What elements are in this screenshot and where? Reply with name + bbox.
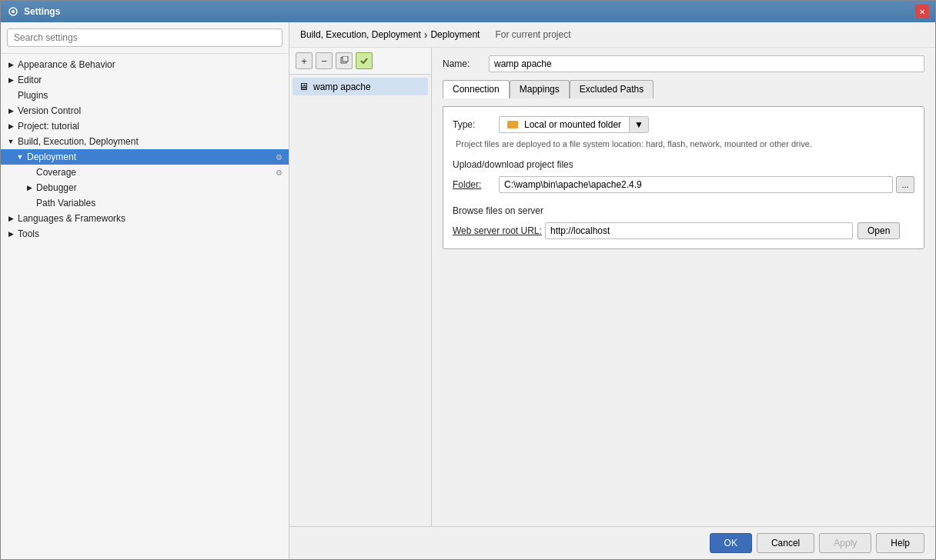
browse-section-title: Browse files on server: [453, 205, 914, 216]
arrow-icon: ▶: [7, 215, 15, 222]
item-badge: ⚙: [276, 153, 282, 162]
folder-label: Folder:: [453, 179, 499, 190]
main-panel: Build, Execution, Deployment › Deploymen…: [289, 22, 935, 559]
breadcrumb-part1: Build, Execution, Deployment: [300, 29, 421, 40]
check-icon: [359, 56, 369, 65]
folder-input[interactable]: [499, 176, 893, 193]
copy-server-button[interactable]: [336, 52, 353, 69]
arrow-icon: ▶: [7, 107, 15, 115]
sidebar: ▶ Appearance & Behavior ▶ Editor Plugins…: [1, 22, 289, 559]
sidebar-item-build-execution[interactable]: ▼ Build, Execution, Deployment: [1, 134, 289, 149]
type-description: Project files are deployed to a file sys…: [453, 139, 914, 148]
type-dropdown-button[interactable]: ▼: [629, 116, 649, 133]
arrow-icon: ▼: [7, 138, 15, 145]
svg-point-1: [12, 10, 15, 13]
url-input[interactable]: [545, 222, 853, 239]
sidebar-item-languages[interactable]: ▶ Languages & Frameworks: [1, 211, 289, 226]
arrow-icon: ▶: [7, 61, 15, 68]
help-button[interactable]: Help: [876, 533, 924, 553]
upload-section-title: Upload/download project files: [453, 159, 914, 170]
sidebar-item-path-variables[interactable]: Path Variables: [1, 195, 289, 211]
sidebar-item-debugger[interactable]: ▶ Debugger: [1, 180, 289, 195]
arrow-icon: ▶: [7, 230, 15, 238]
sidebar-item-label: Languages & Frameworks: [18, 213, 125, 224]
arrow-icon: ▶: [7, 122, 15, 130]
search-input[interactable]: [7, 28, 282, 47]
server-list-item[interactable]: 🖥 wamp apache: [292, 78, 428, 95]
svg-rect-3: [343, 56, 348, 62]
url-row: Web server root URL: Open: [453, 222, 914, 239]
sidebar-item-label: Coverage: [36, 167, 76, 178]
sidebar-item-label: Tools: [18, 228, 39, 239]
sidebar-item-label: Project: tutorial: [18, 121, 79, 132]
window-title: Settings: [24, 6, 60, 17]
tab-content-connection: Type: Local or mounted folder ▼ Project …: [443, 106, 924, 249]
breadcrumb-suffix: For current project: [495, 29, 570, 40]
right-pane: Name: Connection Mappings Excluded Paths…: [432, 48, 935, 526]
folder-row: Folder: ...: [453, 176, 914, 193]
server-toolbar: + −: [289, 48, 431, 75]
type-label: Type:: [453, 119, 499, 130]
arrow-icon: ▶: [7, 76, 15, 84]
title-bar: Settings ✕: [1, 1, 935, 22]
tab-mappings[interactable]: Mappings: [510, 80, 570, 98]
copy-icon: [339, 56, 349, 65]
folder-icon: [507, 121, 518, 128]
type-value-label: Local or mounted folder: [524, 119, 621, 130]
apply-button[interactable]: Apply: [819, 533, 871, 553]
sidebar-item-version-control[interactable]: ▶ Version Control: [1, 103, 289, 118]
tab-excluded-paths[interactable]: Excluded Paths: [570, 80, 654, 98]
tree-area: ▶ Appearance & Behavior ▶ Editor Plugins…: [1, 54, 289, 559]
sidebar-item-label: Appearance & Behavior: [18, 59, 115, 70]
remove-server-button[interactable]: −: [316, 52, 333, 69]
sidebar-item-deployment[interactable]: ▼ Deployment ⚙: [1, 149, 289, 165]
footer: OK Cancel Apply Help: [289, 526, 935, 559]
sidebar-item-plugins[interactable]: Plugins: [1, 88, 289, 103]
breadcrumb-separator: ›: [424, 28, 428, 41]
server-item-icon: 🖥: [299, 81, 309, 92]
add-server-button[interactable]: +: [296, 52, 313, 69]
title-controls: ✕: [915, 5, 929, 18]
type-selector: Local or mounted folder ▼: [499, 116, 649, 133]
sidebar-item-label: Debugger: [36, 182, 77, 193]
sidebar-item-label: Build, Execution, Deployment: [18, 136, 139, 147]
cancel-button[interactable]: Cancel: [757, 533, 814, 553]
sidebar-item-editor[interactable]: ▶ Editor: [1, 72, 289, 88]
type-row: Type: Local or mounted folder ▼: [453, 116, 914, 133]
breadcrumb: Build, Execution, Deployment › Deploymen…: [289, 22, 935, 48]
sidebar-item-label: Editor: [18, 75, 42, 85]
type-value-button[interactable]: Local or mounted folder: [499, 116, 629, 133]
content-area: ▶ Appearance & Behavior ▶ Editor Plugins…: [1, 22, 935, 559]
url-label: Web server root URL:: [453, 225, 545, 236]
enable-server-button[interactable]: [356, 52, 373, 69]
arrow-icon: ▶: [25, 184, 33, 192]
sidebar-item-label: Plugins: [18, 90, 48, 101]
open-button[interactable]: Open: [857, 222, 900, 239]
name-input[interactable]: [489, 55, 924, 72]
settings-icon: [7, 5, 19, 18]
tab-connection[interactable]: Connection: [443, 80, 510, 98]
main-content: + −: [289, 48, 935, 526]
settings-window: Settings ✕ ▶ Appearance & Behavior ▶ Edi…: [0, 0, 936, 560]
server-list: 🖥 wamp apache: [289, 75, 431, 526]
name-row: Name:: [443, 55, 924, 72]
name-label: Name:: [443, 58, 489, 69]
sidebar-item-coverage[interactable]: Coverage ⚙: [1, 165, 289, 180]
left-pane: + −: [289, 48, 432, 526]
search-box: [1, 22, 289, 54]
sidebar-item-tools[interactable]: ▶ Tools: [1, 226, 289, 242]
arrow-icon: ▼: [16, 153, 24, 161]
sidebar-item-label: Version Control: [18, 105, 81, 116]
ok-button[interactable]: OK: [710, 533, 752, 553]
title-bar-left: Settings: [7, 5, 60, 18]
sidebar-item-project[interactable]: ▶ Project: tutorial: [1, 118, 289, 134]
sidebar-item-label: Path Variables: [36, 198, 95, 208]
browse-section: Browse files on server Web server root U…: [453, 205, 914, 239]
sidebar-item-label: Deployment: [27, 152, 76, 162]
close-button[interactable]: ✕: [915, 5, 929, 18]
breadcrumb-part2: Deployment: [430, 29, 480, 40]
item-badge: ⚙: [276, 168, 282, 177]
sidebar-item-appearance[interactable]: ▶ Appearance & Behavior: [1, 57, 289, 72]
browse-button[interactable]: ...: [896, 176, 914, 193]
tabs-row: Connection Mappings Excluded Paths: [443, 80, 924, 98]
